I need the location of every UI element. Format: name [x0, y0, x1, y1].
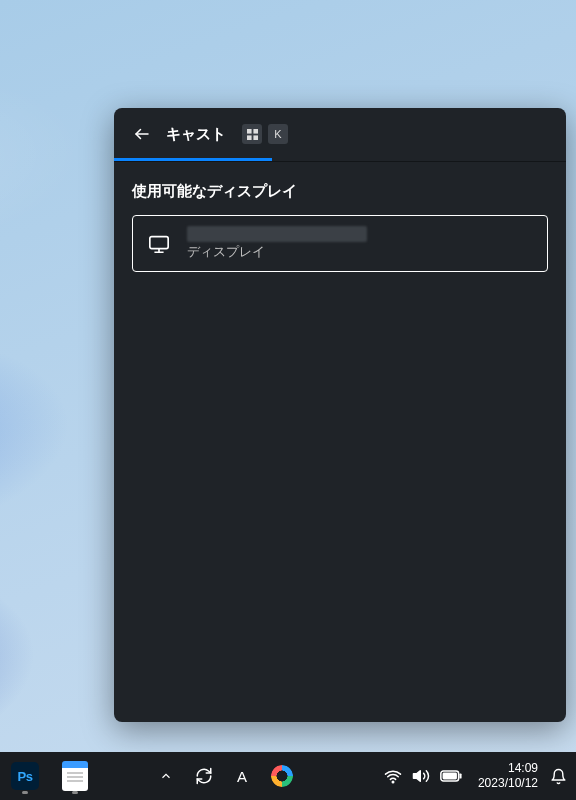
display-text: ディスプレイ — [187, 226, 367, 261]
chevron-up-icon — [159, 769, 173, 783]
sync-button[interactable] — [190, 756, 218, 796]
display-name-redacted — [187, 226, 367, 242]
taskbar-pinned-apps: Ps — [0, 756, 96, 796]
shortcut-badges: K — [242, 124, 288, 144]
taskbar-tray-center: A — [152, 756, 298, 796]
taskbar: Ps A 14:09 2023/10/12 — [0, 752, 576, 800]
copilot-icon — [271, 765, 293, 787]
svg-rect-5 — [150, 236, 168, 248]
notifications-button[interactable] — [546, 756, 570, 796]
svg-rect-1 — [247, 129, 252, 134]
section-label: 使用可能なディスプレイ — [132, 182, 548, 201]
arrow-left-icon — [133, 125, 151, 143]
copilot-button[interactable] — [266, 756, 298, 796]
cast-panel: キャスト K 使用可能なディスプレイ ディスプレイ — [114, 108, 566, 722]
running-indicator — [72, 791, 78, 794]
taskbar-app-photoshop[interactable]: Ps — [4, 756, 46, 796]
ime-indicator[interactable]: A — [228, 756, 256, 796]
header-divider — [114, 161, 566, 162]
clock-time: 14:09 — [478, 761, 538, 776]
sync-icon — [195, 767, 213, 785]
notepad-icon — [62, 761, 88, 791]
svg-point-8 — [392, 781, 394, 783]
bell-icon — [550, 768, 567, 785]
win-key-badge — [242, 124, 262, 144]
svg-marker-9 — [413, 771, 420, 782]
cast-title: キャスト — [166, 125, 226, 144]
ime-letter: A — [237, 768, 247, 785]
battery-icon — [440, 769, 462, 783]
photoshop-icon: Ps — [11, 762, 39, 790]
taskbar-right: 14:09 2023/10/12 — [376, 756, 576, 796]
clock-date: 2023/10/12 — [478, 776, 538, 791]
taskbar-app-notepad[interactable] — [54, 756, 96, 796]
taskbar-clock[interactable]: 14:09 2023/10/12 — [474, 761, 542, 791]
svg-rect-11 — [442, 773, 456, 780]
svg-rect-12 — [459, 773, 461, 778]
windows-logo-icon — [247, 129, 258, 140]
svg-rect-2 — [253, 129, 258, 134]
tray-overflow-button[interactable] — [152, 756, 180, 796]
monitor-icon — [147, 232, 171, 256]
svg-rect-4 — [253, 135, 258, 140]
cast-header: キャスト K — [114, 108, 566, 158]
svg-rect-3 — [247, 135, 252, 140]
available-displays-section: 使用可能なディスプレイ ディスプレイ — [114, 162, 566, 272]
wifi-icon — [384, 767, 402, 785]
running-indicator — [22, 791, 28, 794]
display-subtitle: ディスプレイ — [187, 244, 367, 261]
back-button[interactable] — [132, 124, 152, 144]
volume-icon — [412, 767, 430, 785]
k-key-badge: K — [268, 124, 288, 144]
system-tray[interactable] — [376, 763, 470, 789]
display-item[interactable]: ディスプレイ — [132, 215, 548, 272]
